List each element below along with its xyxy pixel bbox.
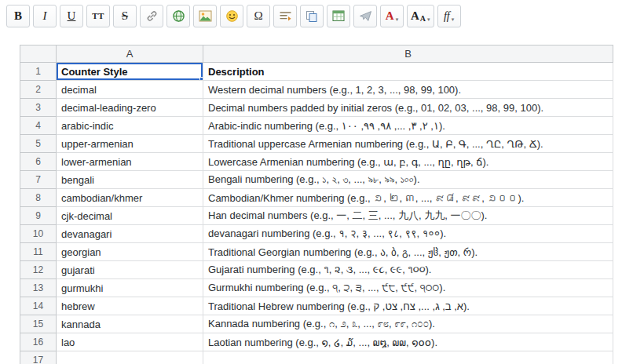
sheet-table: A B 1Counter StyleDescription2decimalWes… <box>20 45 613 364</box>
table-row: 8cambodian/khmerCambodian/Khmer numberin… <box>20 189 613 207</box>
row-header-1[interactable]: 1 <box>20 63 57 81</box>
italic-label: I <box>43 10 47 22</box>
column-header-row: A B <box>20 46 613 63</box>
table-row: 2decimalWestern decimal numbers (e.g., 1… <box>20 81 613 99</box>
formatting-toolbar: B I U TT S <box>0 0 467 32</box>
text-direction-button[interactable] <box>273 5 297 27</box>
cell-B17[interactable] <box>203 351 613 364</box>
row-header-9[interactable]: 9 <box>20 207 57 225</box>
fill-handle[interactable] <box>199 77 203 81</box>
cell-B6[interactable]: Lowercase Armenian numbering (e.g., ա, բ… <box>203 153 613 171</box>
row-header-16[interactable]: 16 <box>20 333 57 351</box>
insert-link-button[interactable] <box>140 5 163 27</box>
cell-A8[interactable]: cambodian/khmer <box>57 189 203 207</box>
cell-B15[interactable]: Kannada numbering (e.g., ೧, ೨, ೩, ..., ೯… <box>203 315 613 333</box>
cell-A17[interactable] <box>57 351 203 364</box>
row-header-8[interactable]: 8 <box>20 189 57 207</box>
table-row: 1Counter StyleDescription <box>20 63 613 81</box>
smiley-icon <box>225 9 239 23</box>
teletype-button[interactable]: TT <box>86 5 110 27</box>
dropdown-caret-icon <box>396 12 399 24</box>
cell-A7[interactable]: bengali <box>57 171 203 189</box>
underline-label: U <box>68 10 76 22</box>
row-header-14[interactable]: 14 <box>20 297 57 315</box>
cell-B4[interactable]: Arabic-indic numbering (e.g., ١, ٢, ٣, .… <box>203 117 613 135</box>
row-header-17[interactable]: 17 <box>20 351 57 364</box>
send-button[interactable] <box>353 5 377 27</box>
ligatures-button[interactable]: ff <box>437 5 461 27</box>
cell-B8[interactable]: Cambodian/Khmer numbering (e.g., ១, ២, ៣… <box>203 189 613 207</box>
cell-B13[interactable]: Gurmukhi numbering (e.g., ੧, ੨, ੩, ..., … <box>203 279 613 297</box>
link-icon <box>145 9 159 23</box>
cell-B10[interactable]: devanagari numbering (e.g., १, २, ३, ...… <box>203 225 613 243</box>
select-all-corner[interactable] <box>20 46 57 63</box>
strikethrough-button[interactable]: S <box>113 5 137 27</box>
underline-button[interactable]: U <box>60 5 83 27</box>
bold-label: B <box>14 10 22 22</box>
insert-web-link-button[interactable] <box>166 5 190 27</box>
paper-plane-icon <box>359 10 372 22</box>
cell-B3[interactable]: Decimal numbers padded by initial zeros … <box>203 99 613 117</box>
cell-A12[interactable]: gujarati <box>57 261 203 279</box>
row-header-10[interactable]: 10 <box>20 225 57 243</box>
row-header-6[interactable]: 6 <box>20 153 57 171</box>
column-header-a[interactable]: A <box>57 46 203 63</box>
italic-button[interactable]: I <box>33 5 57 27</box>
cell-B9[interactable]: Han decimal numbers (e.g., 一, 二, 三, ...,… <box>203 207 613 225</box>
table-row: 4arabic-indicArabic-indic numbering (e.g… <box>20 117 613 135</box>
bold-button[interactable]: B <box>6 5 30 27</box>
table-row: 17 <box>20 351 613 364</box>
insert-image-button[interactable] <box>193 5 217 27</box>
cell-A1[interactable]: Counter Style <box>57 63 203 81</box>
cell-B1[interactable]: Description <box>203 63 613 81</box>
row-header-5[interactable]: 5 <box>20 135 57 153</box>
cell-B7[interactable]: Bengali numbering (e.g., ১, ২, ৩, ..., ৯… <box>203 171 613 189</box>
insert-emoticon-button[interactable] <box>220 5 243 27</box>
table-row: 16laoLaotian numbering (e.g., ໑, ໒, ໓, .… <box>20 333 613 351</box>
cell-A9[interactable]: cjk-decimal <box>57 207 203 225</box>
font-color-button[interactable]: A <box>380 5 404 27</box>
cell-A6[interactable]: lower-armenian <box>57 153 203 171</box>
table-row: 15kannadaKannada numbering (e.g., ೧, ೨, … <box>20 315 613 333</box>
row-header-3[interactable]: 3 <box>20 99 57 117</box>
cell-A15[interactable]: kannada <box>57 315 203 333</box>
duplicate-button[interactable] <box>300 5 324 27</box>
cell-A2[interactable]: decimal <box>57 81 203 99</box>
cell-A4[interactable]: arabic-indic <box>57 117 203 135</box>
image-icon <box>199 10 212 22</box>
cell-B12[interactable]: Gujarati numbering (e.g., ૧, ૨, ૩, ..., … <box>203 261 613 279</box>
special-character-button[interactable]: Ω <box>247 5 270 27</box>
sheet-body: 1Counter StyleDescription2decimalWestern… <box>20 63 613 364</box>
font-color-label: A <box>386 10 394 22</box>
row-header-2[interactable]: 2 <box>20 81 57 99</box>
cell-B16[interactable]: Laotian numbering (e.g., ໑, ໒, ໓, ..., ໙… <box>203 333 613 351</box>
table-row: 5upper-armenianTraditional uppercase Arm… <box>20 135 613 153</box>
insert-table-button[interactable] <box>327 5 350 27</box>
cell-B11[interactable]: Traditional Georgian numbering (e.g., ა,… <box>203 243 613 261</box>
column-header-b[interactable]: B <box>203 46 613 63</box>
cell-A13[interactable]: gurmukhi <box>57 279 203 297</box>
cell-B2[interactable]: Western decimal numbers (e.g., 1, 2, 3, … <box>203 81 613 99</box>
cell-A11[interactable]: georgian <box>57 243 203 261</box>
cell-A14[interactable]: hebrew <box>57 297 203 315</box>
font-size-sublabel: A <box>420 15 426 23</box>
table-row: 9cjk-decimalHan decimal numbers (e.g., 一… <box>20 207 613 225</box>
cell-A3[interactable]: decimal-leading-zero <box>57 99 203 117</box>
row-header-7[interactable]: 7 <box>20 171 57 189</box>
row-header-12[interactable]: 12 <box>20 261 57 279</box>
row-header-11[interactable]: 11 <box>20 243 57 261</box>
cell-A10[interactable]: devanagari <box>57 225 203 243</box>
row-header-15[interactable]: 15 <box>20 315 57 333</box>
row-header-4[interactable]: 4 <box>20 117 57 135</box>
font-size-button[interactable]: A A <box>407 5 434 27</box>
text-direction-icon <box>279 10 292 22</box>
teletype-label: TT <box>92 12 104 20</box>
row-header-13[interactable]: 13 <box>20 279 57 297</box>
cell-A16[interactable]: lao <box>57 333 203 351</box>
cell-A5[interactable]: upper-armenian <box>57 135 203 153</box>
table-icon <box>332 10 345 22</box>
spreadsheet: A B 1Counter StyleDescription2decimalWes… <box>20 45 613 364</box>
cell-B5[interactable]: Traditional uppercase Armenian numbering… <box>203 135 613 153</box>
globe-icon <box>172 9 185 23</box>
cell-B14[interactable]: Traditional Hebrew numbering (e.g., א, ב… <box>203 297 613 315</box>
